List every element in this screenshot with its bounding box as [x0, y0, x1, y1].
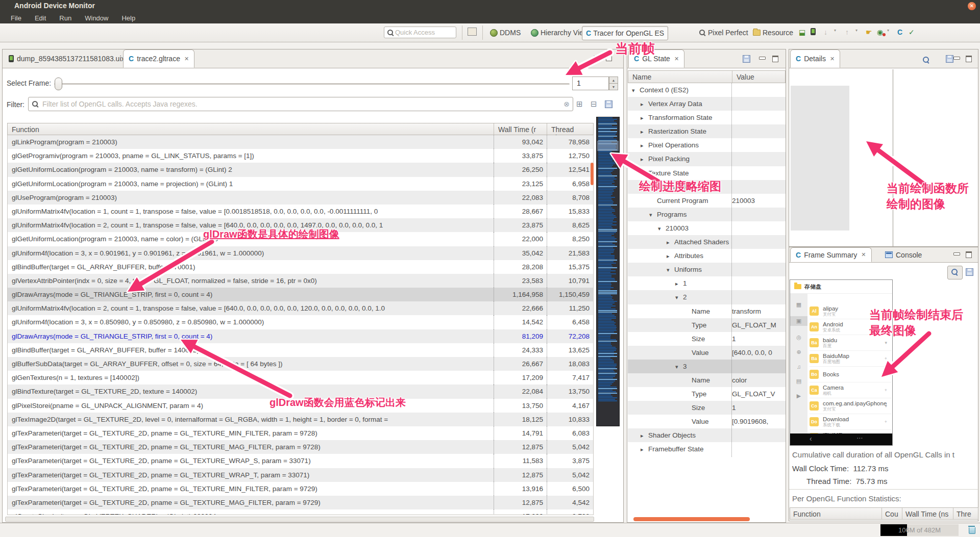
gl-state-row[interactable]: ▸Rasterization State — [628, 124, 786, 138]
stats-column-3[interactable]: Thre — [953, 508, 978, 519]
device-screen-icon[interactable] — [811, 28, 816, 37]
table-row[interactable]: glCreateShader(type = GL_VERTEX_SHADER) … — [8, 509, 593, 515]
menu-edit[interactable]: Edit — [28, 14, 53, 22]
list-item[interactable]: BoBooks▾ — [810, 367, 891, 382]
tree-collapsed-icon[interactable]: ▸ — [641, 139, 648, 152]
table-row[interactable]: glTexParameteri(target = GL_TEXTURE_2D, … — [8, 482, 593, 496]
close-tab-icon[interactable]: ✕ — [674, 56, 679, 62]
trace-horizontal-scrollbar[interactable] — [5, 517, 594, 522]
column-value[interactable]: Value — [732, 71, 785, 83]
save-image-icon[interactable] — [946, 55, 953, 63]
frame-slider-handle[interactable] — [55, 78, 62, 90]
gl-state-row[interactable]: ▸Framebuffer State — [628, 442, 786, 456]
close-tab-icon[interactable]: ✕ — [830, 56, 835, 62]
expander-icon[interactable]: + — [885, 356, 887, 361]
back-icon[interactable]: ‹ — [810, 434, 812, 443]
frame-decrement-button[interactable]: ▼ — [609, 83, 618, 90]
perspective-pixel-perfect[interactable]: Pixel Perfect — [695, 26, 752, 39]
pull-file-icon[interactable]: ↓ — [824, 28, 827, 36]
expander-icon[interactable]: ▾ — [885, 403, 887, 408]
perspective-resource[interactable]: Resource — [749, 26, 797, 39]
tree-collapsed-icon[interactable]: ▸ — [641, 125, 648, 139]
tree-collapsed-icon[interactable]: ▸ — [641, 429, 648, 443]
frame-number-field[interactable]: 1 — [572, 76, 609, 90]
gl-state-row[interactable]: Nametransform — [628, 304, 786, 318]
filter-box[interactable]: ⊗ — [28, 97, 573, 111]
gl-state-row[interactable]: ▸Texture State — [628, 166, 786, 180]
frame-slider[interactable] — [54, 83, 570, 85]
tree-collapsed-icon[interactable]: ▸ — [641, 111, 648, 125]
tree-collapsed-icon[interactable]: ▸ — [675, 277, 683, 291]
zoom-fit-icon[interactable] — [923, 57, 929, 63]
table-row[interactable]: glLinkProgram(program = 210003)93,04278,… — [8, 135, 593, 149]
minimize-panel-icon[interactable] — [953, 57, 960, 60]
table-row[interactable]: glUniformMatrix4fv(location = 1, count =… — [8, 204, 593, 218]
gl-state-row[interactable]: Value[640.0, 0.0, 0 — [628, 346, 786, 360]
table-row[interactable]: glTexParameteri(target = GL_TEXTURE_2D, … — [8, 454, 593, 468]
gl-state-row[interactable]: Current Program210003 — [628, 194, 786, 208]
table-row[interactable]: glBindBuffer(target = GL_ARRAY_BUFFER, b… — [8, 343, 593, 357]
refresh-icon[interactable]: C — [897, 28, 902, 36]
gl-state-row[interactable]: Value[0.9019608, — [628, 415, 786, 428]
profiling-dropdown-icon[interactable]: ▾ — [887, 28, 889, 33]
expander-icon[interactable]: + — [885, 388, 887, 393]
save-trace-icon[interactable] — [605, 100, 612, 108]
tree-expanded-icon[interactable]: ▾ — [667, 263, 674, 277]
gl-state-row[interactable]: ▸Attributes — [628, 249, 786, 263]
table-row[interactable]: glVertexAttribPointer(indx = 0, size = 4… — [8, 274, 593, 288]
filter-input[interactable] — [41, 99, 561, 109]
tab-details[interactable]: C Details ✕ — [790, 49, 840, 68]
minimize-panel-icon[interactable] — [594, 56, 600, 59]
quick-access-box[interactable] — [384, 27, 456, 38]
gl-state-row[interactable]: ▸Pixel Packing — [628, 152, 786, 166]
expander-icon[interactable]: + — [885, 419, 887, 424]
gl-state-row[interactable]: ▾Programs — [628, 208, 786, 221]
clear-filter-icon[interactable]: ⊗ — [564, 100, 570, 108]
table-row[interactable]: glTexParameteri(target = GL_TEXTURE_2D, … — [8, 468, 593, 482]
quick-access-input[interactable] — [394, 28, 450, 37]
run-gc-trash-icon[interactable] — [969, 527, 975, 534]
gl-state-row[interactable]: ▾3 — [628, 360, 786, 373]
table-row[interactable]: glBufferSubData(target = GL_ARRAY_BUFFER… — [8, 357, 593, 371]
table-row[interactable]: glUniformMatrix4fv(location = 2, count =… — [8, 301, 593, 315]
tree-collapsed-icon[interactable]: ▸ — [641, 97, 648, 111]
gl-state-row[interactable]: Size1 — [628, 332, 786, 346]
table-row[interactable]: glDrawArrays(mode = GL_TRIANGLE_STRIP, f… — [8, 329, 593, 343]
table-row[interactable]: glGetProgramiv(program = 210003, pname =… — [8, 149, 593, 163]
gl-state-row[interactable]: Namecolor — [628, 373, 786, 387]
pull-file-dropdown-icon[interactable]: ▾ — [834, 28, 836, 33]
collapse-all-icon[interactable]: ⊟ — [591, 99, 597, 109]
menu-file[interactable]: File — [4, 14, 28, 22]
tree-expanded-icon[interactable]: ▾ — [675, 291, 683, 304]
expander-icon[interactable]: ▾ — [885, 340, 887, 345]
gl-state-row[interactable]: ▸Transformation State — [628, 111, 786, 124]
maximize-panel-icon[interactable] — [966, 56, 972, 62]
list-item[interactable]: CaCamera相机+ — [810, 382, 891, 398]
tab-frame-summary[interactable]: C Frame Summary ✕ — [790, 247, 872, 262]
capture-device-icon[interactable]: ⬓ — [799, 28, 805, 36]
close-tab-icon[interactable]: ✕ — [861, 251, 866, 258]
tab-trace2-gltrace[interactable]: C trace2.gltrace ✕ — [123, 49, 194, 68]
gl-state-row[interactable]: TypeGL_FLOAT_V — [628, 387, 786, 401]
push-file-dropdown-icon[interactable]: ▾ — [855, 28, 857, 33]
menu-help[interactable]: Help — [115, 14, 142, 22]
tree-collapsed-icon[interactable]: ▸ — [641, 152, 648, 166]
tree-expanded-icon[interactable]: ▾ — [632, 84, 640, 97]
maximize-panel-icon[interactable] — [772, 56, 778, 62]
push-file-icon[interactable]: ↑ — [845, 28, 849, 36]
table-row[interactable]: glTexParameteri(target = GL_TEXTURE_2D, … — [8, 426, 593, 440]
validate-icon[interactable]: ✓ — [909, 28, 915, 36]
perspective-tracer-opengl[interactable]: C Tracer for OpenGL ES — [582, 26, 668, 40]
table-row[interactable]: glGenTextures(n = 1, textures = [140002]… — [8, 371, 593, 385]
table-row[interactable]: glGetUniformLocation(program = 210003, n… — [8, 163, 593, 176]
table-row[interactable]: glGetUniformLocation(program = 210003, n… — [8, 177, 593, 191]
table-row[interactable]: glTexParameteri(target = GL_TEXTURE_2D, … — [8, 496, 593, 509]
maximize-panel-icon[interactable] — [606, 55, 612, 61]
table-row[interactable]: glBindBuffer(target = GL_ARRAY_BUFFER, b… — [8, 260, 593, 274]
gl-state-row[interactable]: TypeGL_FLOAT_M — [628, 318, 786, 332]
heap-status-widget[interactable]: 106M of 482M — [880, 524, 959, 536]
menu-window[interactable]: Window — [78, 14, 115, 22]
stats-column-1[interactable]: Cou — [882, 508, 902, 519]
tree-expanded-icon[interactable]: ▾ — [675, 360, 683, 374]
gl-state-row[interactable]: ▾210003 — [628, 221, 786, 235]
